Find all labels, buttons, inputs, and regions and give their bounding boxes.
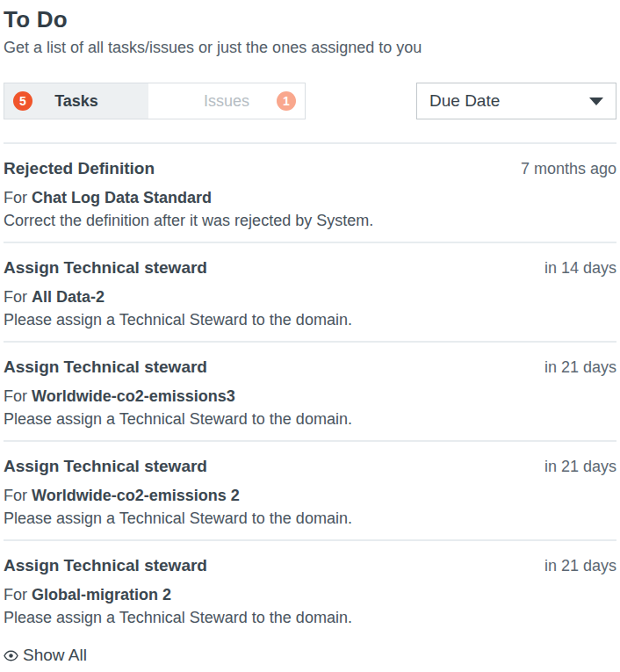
show-all-button[interactable]: Show All — [4, 646, 87, 665]
show-all-label: Show All — [23, 646, 87, 665]
tab-group: 5 Tasks Issues 1 — [4, 83, 306, 119]
task-item[interactable]: Rejected Definition 7 months ago For Cha… — [4, 142, 616, 242]
controls-row: 5 Tasks Issues 1 Due Date — [4, 83, 616, 119]
task-description: Please assign a Technical Steward to the… — [4, 508, 616, 529]
task-due-date: in 21 days — [544, 357, 616, 378]
task-asset-name: All Data-2 — [32, 288, 105, 306]
task-due-date: in 14 days — [544, 257, 616, 278]
task-item-head: Assign Technical steward in 14 days — [4, 257, 616, 278]
task-asset-name: Worldwide-co2-emissions3 — [32, 387, 235, 405]
page-subtitle: Get a list of all tasks/issues or just t… — [4, 37, 616, 58]
issues-count-badge: 1 — [277, 91, 296, 111]
task-for-prefix: For — [4, 387, 27, 405]
task-for: For Worldwide-co2-emissions3 — [4, 386, 616, 407]
task-due-date: in 21 days — [544, 456, 616, 477]
task-asset-name: Chat Log Data Standard — [32, 189, 212, 206]
due-date-select[interactable]: Due Date — [416, 83, 616, 119]
task-asset-name: Worldwide-co2-emissions 2 — [32, 487, 240, 504]
task-title: Assign Technical steward — [4, 456, 207, 477]
task-item-head: Assign Technical steward in 21 days — [4, 555, 616, 576]
task-title: Assign Technical steward — [4, 357, 207, 378]
eye-icon — [4, 650, 18, 661]
task-for: For Worldwide-co2-emissions 2 — [4, 485, 616, 506]
chevron-down-icon — [589, 98, 603, 105]
task-item-head: Assign Technical steward in 21 days — [4, 456, 616, 477]
task-description: Please assign a Technical Steward to the… — [4, 309, 616, 330]
tab-issues-label: Issues — [204, 92, 249, 111]
tab-tasks-label: Tasks — [54, 92, 98, 111]
task-item-head: Rejected Definition 7 months ago — [4, 158, 616, 179]
task-for-prefix: For — [4, 487, 27, 504]
task-for: For All Data-2 — [4, 286, 616, 307]
tasks-count-badge: 5 — [13, 91, 32, 111]
page-title: To Do — [4, 5, 616, 33]
task-item-head: Assign Technical steward in 21 days — [4, 357, 616, 378]
task-asset-name: Global-migration 2 — [32, 586, 171, 603]
tab-issues[interactable]: Issues 1 — [148, 83, 305, 119]
todo-widget: To Do Get a list of all tasks/issues or … — [0, 0, 620, 665]
due-date-select-value: Due Date — [429, 91, 500, 111]
task-title: Assign Technical steward — [4, 257, 207, 278]
task-description: Please assign a Technical Steward to the… — [4, 607, 616, 628]
task-description: Correct the definition after it was reje… — [4, 210, 616, 231]
task-for-prefix: For — [4, 586, 27, 603]
task-for: For Global-migration 2 — [4, 584, 616, 605]
tab-tasks[interactable]: 5 Tasks — [4, 83, 148, 119]
task-due-date: 7 months ago — [521, 158, 616, 179]
task-title: Rejected Definition — [4, 158, 155, 179]
task-title: Assign Technical steward — [4, 555, 207, 576]
task-for-prefix: For — [4, 288, 27, 306]
task-for-prefix: For — [4, 189, 27, 206]
task-item[interactable]: Assign Technical steward in 21 days For … — [4, 440, 616, 539]
task-item[interactable]: Assign Technical steward in 21 days For … — [4, 539, 616, 639]
task-item[interactable]: Assign Technical steward in 21 days For … — [4, 341, 616, 440]
task-item[interactable]: Assign Technical steward in 14 days For … — [4, 242, 616, 341]
task-description: Please assign a Technical Steward to the… — [4, 408, 616, 430]
task-for: For Chat Log Data Standard — [4, 187, 616, 208]
task-list: Rejected Definition 7 months ago For Cha… — [4, 142, 616, 639]
task-due-date: in 21 days — [544, 555, 616, 576]
